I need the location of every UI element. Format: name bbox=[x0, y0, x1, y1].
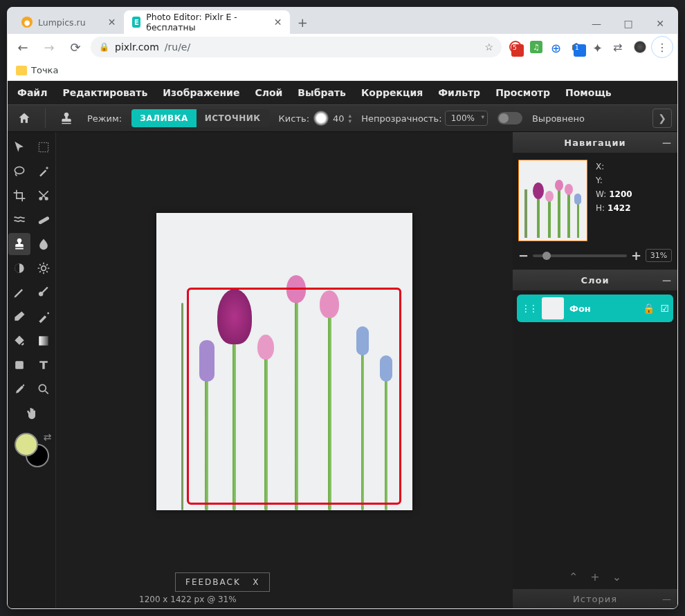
selection-highlight bbox=[187, 288, 401, 505]
menu-help[interactable]: Помощь bbox=[565, 87, 612, 98]
menu-filter[interactable]: Фильтр bbox=[438, 87, 480, 98]
zoom-slider[interactable] bbox=[533, 254, 627, 257]
foreground-color[interactable] bbox=[15, 433, 38, 456]
tool-dodge[interactable] bbox=[8, 257, 30, 279]
browser-tab-2[interactable]: E Photo Editor: Pixlr E - бесплатны ✕ bbox=[124, 10, 290, 34]
tool-clone-stamp[interactable] bbox=[8, 233, 30, 255]
layer-visibility-icon[interactable]: ☑ bbox=[660, 303, 669, 314]
nav-back-button[interactable]: ← bbox=[12, 36, 34, 58]
tool-marquee[interactable] bbox=[33, 136, 55, 158]
url-host: pixlr.com bbox=[115, 41, 159, 53]
menu-view[interactable]: Просмотр bbox=[495, 87, 550, 98]
stamp-icon[interactable] bbox=[55, 107, 77, 129]
brush-size-value[interactable]: 40 bbox=[333, 113, 345, 124]
tool-picker[interactable] bbox=[8, 378, 30, 400]
svg-rect-8 bbox=[15, 361, 24, 369]
layer-drag-handle-icon[interactable]: ⋮⋮ bbox=[521, 303, 536, 314]
ext-adblock-icon[interactable]: 5 bbox=[506, 37, 525, 57]
browser-tab-1[interactable]: ● Lumpics.ru ✕ bbox=[13, 10, 124, 34]
favicon-2: E bbox=[132, 17, 140, 28]
layer-down-button[interactable]: ⌄ bbox=[612, 570, 621, 584]
layer-add-button[interactable]: + bbox=[590, 570, 599, 584]
tool-wand[interactable] bbox=[33, 160, 55, 183]
ext-list-icon[interactable]: ⇄ bbox=[610, 37, 629, 57]
tool-heal[interactable] bbox=[33, 209, 55, 231]
mode-source-button[interactable]: ИСТОЧНИК bbox=[197, 109, 269, 127]
feedback-widget[interactable]: FEEDBACK X bbox=[175, 572, 270, 592]
tool-sponge[interactable] bbox=[33, 257, 55, 279]
profile-avatar[interactable] bbox=[630, 37, 650, 57]
home-icon[interactable] bbox=[13, 107, 35, 129]
zoom-out-button[interactable]: − bbox=[518, 248, 529, 263]
tool-lasso[interactable] bbox=[8, 160, 30, 183]
window-maximize-button[interactable]: □ bbox=[612, 13, 644, 34]
tool-gradient[interactable] bbox=[33, 330, 55, 352]
chrome-menu-button[interactable]: ⋮ bbox=[651, 36, 673, 58]
tab-close-1[interactable]: ✕ bbox=[108, 17, 116, 28]
menu-adjust[interactable]: Коррекция bbox=[361, 87, 423, 98]
favicon-1: ● bbox=[21, 17, 33, 28]
tool-zoom[interactable] bbox=[33, 378, 55, 400]
window-close-button[interactable]: ✕ bbox=[644, 13, 676, 34]
tool-pen[interactable] bbox=[8, 281, 30, 304]
menu-select[interactable]: Выбрать bbox=[298, 87, 346, 98]
bookmark-item[interactable]: Точка bbox=[31, 65, 58, 75]
nav-collapse-button[interactable]: — bbox=[662, 138, 672, 148]
tool-cut[interactable] bbox=[33, 185, 55, 207]
brush-preview-icon[interactable] bbox=[313, 111, 329, 126]
tool-liquify[interactable] bbox=[8, 209, 30, 231]
layers-panel-header: Слои— bbox=[513, 270, 677, 290]
ext-music-icon[interactable]: ♫ bbox=[527, 37, 546, 57]
tool-text[interactable] bbox=[33, 354, 55, 376]
tab-close-2[interactable]: ✕ bbox=[274, 17, 282, 28]
layer-up-button[interactable]: ⌃ bbox=[569, 570, 578, 584]
bookmark-star-icon[interactable]: ☆ bbox=[484, 41, 493, 53]
svg-rect-4 bbox=[38, 216, 50, 225]
tab-title-2: Photo Editor: Pixlr E - бесплатны bbox=[146, 12, 251, 32]
menu-image[interactable]: Изображение bbox=[163, 87, 239, 98]
tool-blur[interactable] bbox=[33, 233, 55, 255]
nav-panel-header: Навигации— bbox=[513, 132, 677, 153]
svg-point-6 bbox=[42, 266, 46, 271]
svg-rect-7 bbox=[39, 336, 48, 345]
history-collapse-button[interactable]: — bbox=[662, 594, 672, 604]
tool-fill[interactable] bbox=[8, 330, 30, 352]
ext-box-icon[interactable]: ⬢1 bbox=[568, 37, 587, 57]
tool-hand[interactable] bbox=[21, 402, 43, 424]
layer-lock-icon[interactable]: 🔒 bbox=[643, 303, 655, 314]
mode-fill-button[interactable]: ЗАЛИВКА bbox=[131, 109, 197, 127]
new-tab-button[interactable]: + bbox=[293, 12, 312, 32]
ext-puzzle-icon[interactable]: ✦ bbox=[589, 37, 608, 57]
menu-layer[interactable]: Слой bbox=[255, 87, 282, 98]
svg-point-1 bbox=[15, 167, 24, 174]
zoom-in-button[interactable]: + bbox=[631, 248, 641, 263]
layer-row[interactable]: ⋮⋮ Фон 🔒 ☑ bbox=[517, 295, 673, 322]
opacity-dropdown[interactable]: 100% bbox=[445, 111, 488, 126]
tool-crop[interactable] bbox=[8, 185, 30, 207]
zoom-value-input[interactable]: 31% bbox=[646, 249, 672, 262]
brush-stepper-icon[interactable]: ▴▾ bbox=[349, 113, 352, 124]
feedback-close[interactable]: X bbox=[253, 577, 259, 587]
history-panel-header: История— bbox=[513, 589, 677, 608]
tool-shape[interactable] bbox=[8, 354, 30, 376]
canvas-image[interactable] bbox=[156, 213, 412, 510]
address-bar[interactable]: 🔒 pixlr.com/ru/e/ ☆ bbox=[91, 37, 502, 57]
navigator-thumbnail[interactable] bbox=[518, 160, 587, 241]
mode-label: Режим: bbox=[87, 113, 122, 124]
swap-colors-icon[interactable]: ⇄ bbox=[44, 431, 52, 442]
menu-file[interactable]: Файл bbox=[17, 87, 47, 98]
menu-edit[interactable]: Редактировать bbox=[62, 87, 147, 98]
nav-forward-button[interactable]: → bbox=[38, 36, 60, 58]
tool-replace-color[interactable] bbox=[33, 306, 55, 328]
tool-arrow[interactable] bbox=[8, 136, 30, 158]
ext-globe-icon[interactable]: ⊕ bbox=[547, 37, 567, 57]
window-minimize-button[interactable]: — bbox=[581, 13, 612, 34]
color-swatches[interactable]: ⇄ bbox=[15, 433, 49, 467]
aligned-toggle[interactable] bbox=[497, 112, 522, 124]
tool-eraser[interactable] bbox=[8, 306, 30, 328]
layers-collapse-button[interactable]: — bbox=[662, 275, 672, 286]
expand-panels-button[interactable]: ❯ bbox=[652, 109, 672, 128]
layer-thumbnail bbox=[542, 297, 564, 319]
tool-brush[interactable] bbox=[33, 281, 55, 304]
nav-reload-button[interactable]: ⟳ bbox=[64, 36, 86, 58]
